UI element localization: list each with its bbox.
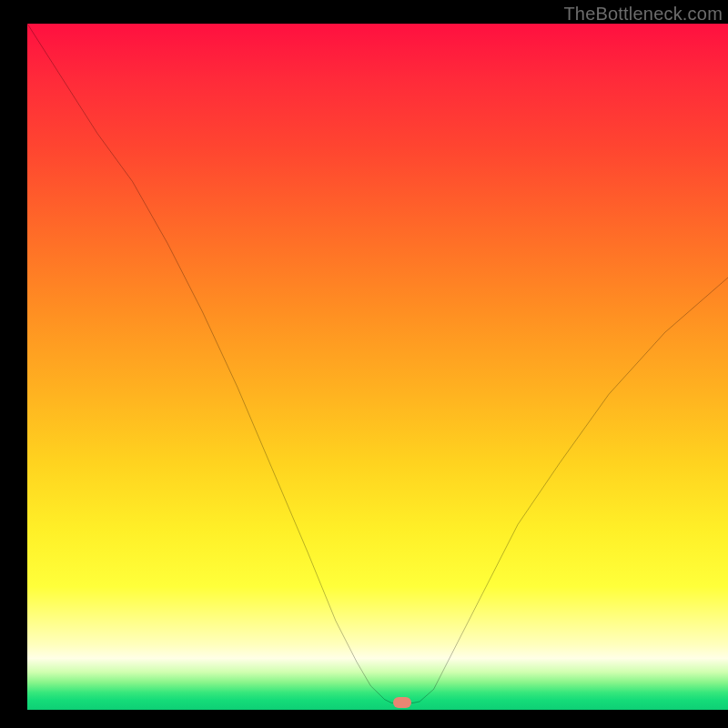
bottleneck-curve: [27, 24, 728, 710]
optimal-marker: [393, 697, 411, 708]
chart-stage: TheBottleneck.com: [0, 0, 728, 728]
watermark-text: TheBottleneck.com: [563, 4, 723, 25]
plot-area: [27, 24, 728, 710]
